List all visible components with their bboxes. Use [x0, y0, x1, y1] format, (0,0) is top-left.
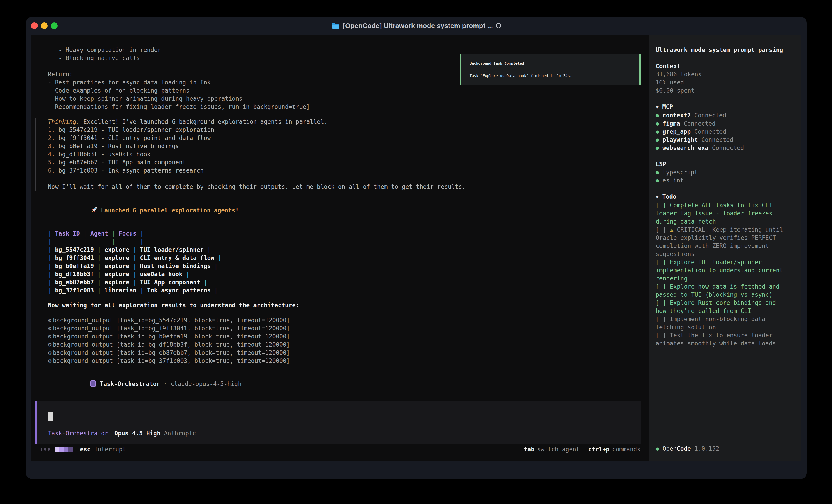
mcp-heading[interactable]: ▼MCP [656, 103, 796, 111]
table-pipe: | [218, 254, 222, 261]
spinner-block [64, 447, 68, 452]
context-stats: 31,686 tokens16% used$0.00 spent [656, 70, 796, 94]
mcp-status: Connected [694, 111, 726, 119]
table-cell: CLI entry & data flow [136, 254, 218, 261]
mcp-name: grep_app [662, 128, 691, 136]
tool-call-text: background_output [task_id=bg_f9ff3041, … [53, 325, 290, 332]
tool-call-line: ⚙background_output [task_id=bg_df18bb3f,… [48, 340, 641, 348]
zoom-window-button[interactable] [51, 22, 58, 29]
warning-icon: ⚠ [670, 226, 677, 233]
table-pipe: | [133, 246, 136, 253]
table-row: | bg_37f1c003 | librarian | Ink async pa… [48, 286, 641, 295]
context-stat-line: $0.00 spent [656, 86, 796, 94]
connected-dot-icon: ● [656, 119, 662, 128]
chevron-down-icon[interactable]: ▼ [656, 104, 658, 110]
task-table: | Task ID | Agent | Focus ||---------|--… [35, 229, 641, 295]
tool-call-line: ⚙background_output [task_id=bg_37f1c003,… [48, 357, 641, 365]
input-provider-name: Anthropic [164, 430, 196, 437]
table-header-row: | Task ID | Agent | Focus | [48, 229, 641, 237]
todo-item[interactable]: [ ] Explore how data is fetched and pass… [656, 282, 796, 299]
table-row: | bg_b0effa19 | explore | Rust native bi… [48, 262, 641, 270]
lsp-item: ●typescript [656, 168, 796, 176]
gear-icon: ⚙ [48, 358, 52, 364]
table-cell: bg_5547c219 [52, 246, 98, 253]
conversation-log: - Heavy computation in render - Blocking… [30, 34, 649, 460]
todo-item[interactable]: [ ] ⚠ CRITICAL: Keep iterating until Ora… [656, 226, 796, 258]
esc-key[interactable]: esc [80, 446, 90, 453]
terminal-pane: - Heavy computation in render - Blocking… [30, 34, 649, 460]
table-cell: useData hook [136, 271, 186, 278]
table-pipe: | [133, 271, 136, 278]
content-row: - Heavy computation in render - Blocking… [30, 34, 801, 460]
todo-heading[interactable]: ▼Todo [656, 193, 796, 201]
mcp-status: Connected [702, 136, 733, 144]
input-agent-name[interactable]: Task-Orchestrator [48, 430, 108, 437]
screenshot-stage: [OpenCode] Ultrawork mode system prompt … [0, 0, 832, 504]
tool-call-text: background_output [task_id=bg_5547c219, … [53, 317, 290, 324]
table-pipe: | [214, 287, 218, 294]
table-pipe: | [98, 254, 101, 261]
rocket-icon [90, 206, 98, 214]
status-dot-icon: ● [656, 446, 659, 452]
close-window-button[interactable] [31, 22, 38, 29]
spinner-block [68, 447, 73, 452]
todo-item[interactable]: [ ] Test the fix to ensure loader animat… [656, 331, 796, 347]
thinking-wait-text: Now I'll wait for all of them to complet… [48, 183, 641, 191]
table-pipe: | [204, 279, 207, 286]
todo-item[interactable]: [ ] Explore Rust core bindings and how t… [656, 299, 796, 315]
mcp-item: ●playwrightConnected [656, 136, 796, 144]
app-window: [OpenCode] Ultrawork mode system prompt … [26, 17, 807, 479]
connected-dot-icon: ● [656, 168, 662, 176]
shortcut-hints: tab switch agent ctrl+p commands [524, 446, 641, 453]
ctrlp-key[interactable]: ctrl+p [588, 446, 609, 453]
mcp-item: ●grep_appConnected [656, 128, 796, 136]
sidebar-pane: Ultrawork mode system prompt parsing Con… [649, 34, 801, 460]
context-heading: Context [656, 62, 796, 70]
table-pipe: | [207, 246, 211, 253]
table-pipe: | [186, 271, 190, 278]
todo-item[interactable]: [ ] Explore TUI loader/spinner implement… [656, 258, 796, 282]
item-text: bg_f9ff3041 - CLI entry point and data f… [55, 135, 211, 141]
mcp-status: Connected [712, 144, 744, 152]
chevron-down-icon[interactable]: ▼ [656, 194, 658, 200]
lsp-name: eslint [662, 176, 684, 185]
minimize-window-button[interactable] [41, 22, 48, 29]
mcp-item: ●figmaConnected [656, 119, 796, 128]
item-number: 5. [48, 159, 55, 166]
assistant-output-line: - Heavy computation in render [48, 46, 641, 54]
table-cell: bg_df18bb3f [52, 271, 98, 278]
table-pipe: | [214, 262, 218, 270]
table-cell: explore [101, 271, 133, 278]
notification-body: Task "Explore useData hook" finished in … [470, 74, 640, 78]
tool-call-text: background_output [task_id=bg_37f1c003, … [53, 358, 290, 364]
table-cell: Focus [115, 230, 140, 237]
tab-key[interactable]: tab [524, 446, 535, 453]
input-model-name[interactable]: Opus 4.5 High [114, 430, 160, 437]
agent-identity-line: Task-Orchestrator · claude-opus-4-5-high [35, 372, 641, 396]
todo-item[interactable]: [ ] Complete ALL tasks to fix CLI loader… [656, 201, 796, 226]
tool-call-text: background_output [task_id=bg_eb87ebb7, … [53, 349, 290, 356]
table-row: | bg_f9ff3041 | explore | CLI entry & da… [48, 254, 641, 262]
table-cell: Task ID [52, 230, 83, 237]
version-number: 1.0.152 [695, 445, 720, 452]
tool-call-line: ⚙background_output [task_id=bg_5547c219,… [48, 316, 641, 324]
notification-toast[interactable]: Background Task Completed Task "Explore … [460, 54, 641, 85]
prompt-input[interactable]: Task-OrchestratorOpus 4.5 HighAnthropic [35, 407, 641, 441]
gear-icon: ⚙ [48, 325, 52, 332]
brand-code: Code [677, 445, 691, 452]
todo-item[interactable]: [ ] Implement non-blocking data fetching… [656, 315, 796, 331]
item-number: 3. [48, 143, 55, 149]
item-text: bg_df18bb3f - useData hook [55, 151, 151, 158]
item-text: bg_b0effa19 - Rust native bindings [55, 143, 179, 149]
tool-call-line: ⚙background_output [task_id=bg_eb87ebb7,… [48, 348, 641, 357]
table-pipe: | [48, 246, 52, 253]
mcp-name: websearch_exa [662, 144, 708, 152]
item-text: bg_5547c219 - TUI loader/spinner explora… [55, 127, 214, 133]
connected-dot-icon: ● [656, 128, 662, 136]
table-pipe: | [98, 262, 101, 270]
table-cell: Rust native bindings [136, 262, 214, 270]
assistant-output-line: - Recommendations for fixing loader free… [48, 103, 641, 111]
session-title: Ultrawork mode system prompt parsing [656, 46, 796, 54]
table-pipe: | [133, 262, 136, 270]
table-pipe: | [133, 279, 136, 286]
